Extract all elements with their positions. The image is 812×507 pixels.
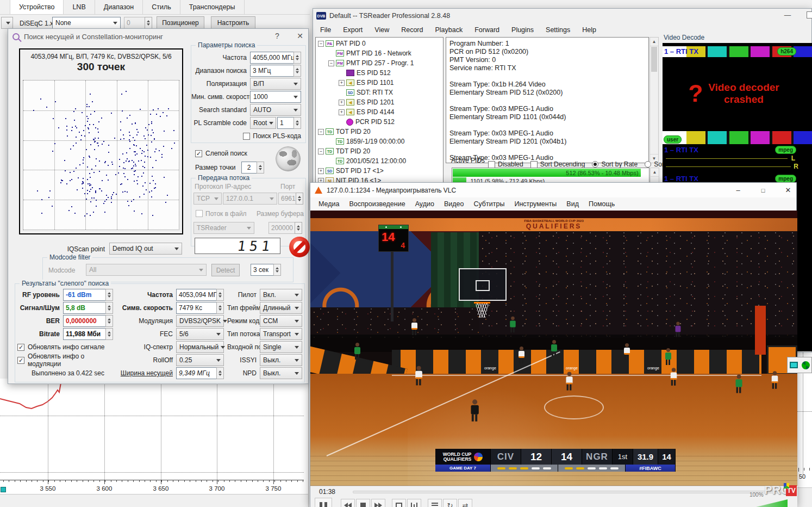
result-value-select[interactable]: CCM — [260, 315, 302, 327]
pid-rate-bar[interactable]: 512 (86.53% - 10.48 Mbps) — [453, 169, 648, 177]
vlc-titlebar[interactable]: 127.0.0.1:1234 - Медиапроигрыватель VLC … — [310, 183, 796, 197]
search-standard-select[interactable]: AUTO — [250, 104, 301, 116]
result-value-select[interactable]: Single — [260, 341, 302, 353]
minimize-button[interactable]: — — [779, 11, 796, 19]
tree-expander-icon[interactable]: − — [318, 149, 324, 154]
stop-button[interactable] — [356, 499, 370, 507]
tab-3[interactable]: Стиль — [143, 0, 180, 14]
menu-item[interactable]: Воспроизведение — [344, 199, 410, 209]
info-scrollbar[interactable]: ▲ ▼ — [649, 37, 659, 163]
stream-to-file-checkbox[interactable] — [196, 210, 203, 217]
tree-expander-icon[interactable]: + — [339, 80, 345, 86]
tree-expander-icon[interactable]: − — [328, 60, 334, 66]
pl-scramble-value-stepper[interactable]: 1 — [277, 117, 301, 129]
tree-expander-icon[interactable]: − — [318, 129, 324, 135]
help-button[interactable]: ? — [270, 32, 284, 40]
tree-item[interactable]: −TDTOT PID 20 — [316, 127, 443, 137]
menu-item-help[interactable]: Help — [577, 25, 601, 35]
tsreader-titlebar[interactable]: DVB Default -- TSReader Professional 2.8… — [313, 9, 811, 23]
protocol-select[interactable]: TCP — [193, 193, 222, 205]
sort-by-rate-radio[interactable] — [592, 161, 598, 168]
pid-list-scrollbar[interactable]: ▲ — [650, 168, 659, 183]
ip-address-combo[interactable]: 127.0.0.1 — [223, 193, 277, 205]
buffer-size-stepper[interactable]: 200000 — [268, 222, 302, 234]
result-value-select[interactable]: Transport — [260, 328, 302, 340]
result-value-stepper[interactable]: 5,8 dB — [63, 302, 113, 314]
tree-item[interactable]: TD1859/-1/19 00:00:00 — [316, 137, 443, 146]
result-value-stepper[interactable]: 11,988 Мби — [63, 328, 113, 340]
menu-item-view[interactable]: View — [370, 25, 394, 35]
result-value-select[interactable]: 5/6 — [176, 328, 224, 340]
menu-item[interactable]: Помощь — [584, 199, 620, 209]
search-range-stepper[interactable]: 3 МГц — [250, 65, 301, 77]
adjustments-button[interactable] — [407, 499, 421, 507]
menu-item-export[interactable]: Export — [338, 25, 367, 35]
menu-item-forward[interactable]: Forward — [470, 25, 504, 35]
menu-item[interactable]: Вид — [561, 199, 584, 209]
result-value-select[interactable]: 0.25 — [176, 354, 224, 366]
result-value-stepper[interactable]: 4053,094 МГц — [176, 289, 224, 301]
menu-item[interactable]: Субтитры — [469, 199, 509, 209]
sort-descending-checkbox[interactable] — [530, 161, 538, 168]
tab-2[interactable]: Диапазон — [95, 0, 143, 14]
tree-item[interactable]: PMPMT PID 16 - Network — [316, 48, 443, 58]
tree-expander-icon[interactable]: + — [318, 168, 324, 174]
playlist-button[interactable] — [428, 499, 442, 507]
blind-search-checkbox[interactable]: ✓ — [195, 150, 202, 157]
scroll-thumb[interactable] — [651, 47, 657, 72]
sort-by-pid-radio[interactable] — [645, 161, 651, 168]
pl-scramble-mode-select[interactable]: Root — [250, 117, 276, 129]
scroll-up-icon[interactable]: ▲ — [651, 168, 659, 177]
seek-bar[interactable] — [353, 491, 791, 493]
tab-0[interactable]: Устройство — [10, 0, 64, 14]
menu-item-playback[interactable]: Playback — [430, 25, 467, 35]
video-frame[interactable]: FIBA BASKETBALL WORLD CUP 2023 QUALIFIER… — [310, 211, 797, 486]
frequency-stepper[interactable]: 4055,000 МГц — [250, 52, 301, 64]
menu-item-settings[interactable]: Settings — [541, 25, 575, 35]
result-value-stepper[interactable]: 0,0000000 — [63, 315, 113, 327]
min-symbolrate-combo[interactable]: 1000 — [250, 91, 301, 103]
result-value-select[interactable]: Вкл. — [260, 289, 302, 301]
menu-item[interactable]: Инструменты — [509, 199, 561, 209]
dot-size-stepper[interactable]: 2 — [241, 162, 264, 174]
monitor-icon[interactable] — [790, 362, 798, 368]
modcode-select[interactable]: All — [86, 264, 207, 276]
tree-item[interactable]: −PAPAT PID 0 — [316, 39, 443, 48]
tree-item[interactable]: +◀ES PID 1101 — [316, 78, 443, 88]
tree-item[interactable]: −PMPMT PID 257 - Progr. 1 — [316, 58, 443, 68]
close-button[interactable]: ✕ — [776, 183, 801, 197]
polarization-select[interactable]: В/П — [250, 78, 301, 90]
close-button[interactable]: ✕ — [293, 32, 307, 40]
menu-item-plugins[interactable]: Plugins — [507, 25, 539, 35]
menu-item[interactable]: Медиа — [314, 199, 344, 209]
configure-button[interactable]: Настроить — [211, 16, 255, 29]
result-value-stepper[interactable]: -61 dBm — [63, 289, 113, 301]
tab-1[interactable]: LNB — [64, 0, 95, 14]
update-info-checkbox[interactable]: ✓ — [17, 357, 24, 364]
tree-item[interactable]: SDSDT: RTI TX — [316, 88, 443, 97]
result-value-stepper[interactable]: 9,349 МГц — [176, 367, 224, 379]
update-info-checkbox[interactable]: ✓ — [17, 344, 24, 351]
tree-item[interactable]: ES PID 512 — [316, 68, 443, 78]
shuffle-button[interactable]: ⇄ — [458, 499, 472, 507]
positioner-button[interactable]: Позиционер — [157, 16, 204, 29]
maximize-button[interactable] — [807, 11, 812, 18]
menu-item[interactable]: Видео — [439, 199, 469, 209]
port-stepper[interactable]: 6961 — [278, 193, 303, 205]
tree-item[interactable]: −TDTDT PID 20 — [316, 146, 443, 156]
minimize-button[interactable]: – — [726, 183, 751, 197]
pause-button[interactable] — [315, 498, 332, 507]
diseqc-select[interactable]: None — [52, 17, 121, 29]
result-value-select[interactable]: Длинный — [260, 302, 302, 314]
scroll-up-icon[interactable]: ▲ — [650, 38, 658, 46]
tab-4[interactable]: Транспондеры — [180, 0, 245, 14]
fullscreen-button[interactable] — [392, 499, 406, 507]
tree-expander-icon[interactable]: + — [339, 100, 345, 106]
tree-item[interactable]: TD2001/05/21 12:00:00 — [316, 156, 443, 166]
loop-button[interactable]: ↻ — [443, 499, 457, 507]
detect-period-stepper[interactable]: 3 сек — [251, 264, 281, 276]
maximize-button[interactable]: □ — [751, 183, 776, 197]
tree-item[interactable]: +◀ES PID 4144 — [316, 107, 443, 117]
status-circle-icon[interactable] — [802, 361, 810, 369]
tree-item[interactable]: +SDSDT PID 17 <1> — [316, 166, 443, 176]
